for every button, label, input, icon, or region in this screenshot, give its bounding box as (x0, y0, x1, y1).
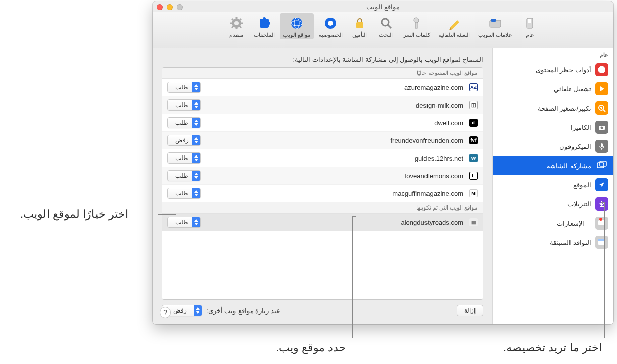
sidebar-item-camera[interactable]: الكاميرا (493, 118, 613, 137)
svg-marker-46 (194, 102, 198, 105)
toolbar-passwords[interactable]: كلمات السر (400, 13, 433, 39)
site-option-popup[interactable]: طلب (167, 82, 201, 93)
svg-marker-61 (196, 311, 200, 314)
svg-marker-49 (194, 123, 198, 126)
toolbar-advanced[interactable]: متقدم (224, 13, 249, 39)
screens-icon (595, 159, 608, 172)
sidebar-item-downloads[interactable]: التنزيلات (493, 194, 613, 214)
svg-marker-52 (194, 155, 198, 158)
svg-point-11 (291, 18, 302, 29)
chevron-updown-icon (192, 188, 200, 198)
svg-marker-27 (598, 66, 605, 73)
site-domain: loveandlemons.com (201, 172, 465, 180)
switch-icon (521, 15, 538, 31)
site-option-popup[interactable]: طلب (167, 99, 201, 111)
table-row[interactable]: fvffreundevonfreunden.comرفض (162, 132, 483, 149)
sidebar-item-location[interactable]: الموقع (493, 175, 613, 194)
sidebar-item-label: الإشعارات (557, 220, 584, 227)
sidebar-item-screen-sharing[interactable]: مشاركة الشاشة (493, 156, 613, 175)
site-option-popup[interactable]: طلب (167, 117, 201, 128)
search-icon (378, 15, 394, 31)
table-row[interactable]: ▦alongdustyroads.comطلب (162, 214, 483, 231)
other-websites-label: عند زيارة مواقع ويب أخرى: (206, 307, 280, 315)
svg-line-25 (232, 26, 233, 28)
table-row[interactable]: Wguides.12hrs.netطلب (162, 149, 483, 167)
svg-marker-57 (194, 194, 198, 196)
toolbar-extensions[interactable]: الملحقات (251, 13, 278, 39)
svg-rect-5 (415, 22, 417, 28)
sidebar-item-popups[interactable]: النوافذ المنبثقة (493, 233, 613, 252)
sidebar-item-label: الكاميرا (571, 124, 591, 131)
zoom-icon (595, 101, 608, 115)
chevron-updown-icon (192, 217, 200, 227)
toolbar-websites[interactable]: مواقع الويب (280, 13, 314, 39)
toolbar-autofill[interactable]: التعبئة التلقائية (435, 13, 473, 39)
section-heading: السماح لمواقع الويب بالوصول إلى مشاركة ا… (162, 56, 483, 63)
svg-rect-38 (600, 161, 606, 166)
remove-button[interactable]: إزالة (457, 305, 483, 316)
svg-marker-54 (194, 173, 198, 175)
popup-value: طلب (172, 219, 192, 226)
table-row[interactable]: Mmacguffinmagazine.comطلب (162, 185, 483, 202)
toolbar-label: مواقع الويب (283, 32, 311, 38)
help-button[interactable]: ? (160, 307, 171, 318)
chevron-updown-icon (192, 171, 200, 181)
sidebar-item-content-blockers[interactable]: أدوات حظر المحتوى (493, 60, 613, 79)
toolbar-label: البحث (379, 32, 393, 38)
sidebar-item-notifications[interactable]: الإشعارات (493, 214, 613, 233)
toolbar-general[interactable]: عام (517, 13, 542, 39)
sidebar-item-autoplay[interactable]: تشغيل تلقائي (493, 79, 613, 98)
svg-marker-55 (194, 176, 198, 179)
svg-rect-37 (597, 163, 604, 168)
svg-point-6 (382, 19, 389, 26)
sidebar-item-page-zoom[interactable]: تكبير/تصغير الصفحة (493, 98, 613, 118)
svg-marker-47 (194, 106, 198, 108)
site-domain: alongdustyroads.com (201, 219, 465, 226)
pencil-icon (446, 15, 462, 31)
table-row[interactable]: ddwell.comطلب (162, 114, 483, 132)
svg-marker-53 (194, 159, 198, 161)
site-domain: macguffinmagazine.com (201, 190, 465, 197)
play-icon (595, 82, 608, 95)
toolbar-tabs[interactable]: علامات التبويب (475, 13, 515, 39)
group-header-open: مواقع الويب المفتوحة حاليًا (162, 68, 483, 79)
content-pane: السماح لمواقع الويب بالوصول إلى مشاركة ا… (153, 48, 492, 324)
site-domain: guides.12hrs.net (201, 154, 465, 162)
table-row[interactable]: ◫design-milk.comطلب (162, 96, 483, 114)
popup-value: طلب (172, 119, 192, 126)
toolbar-security[interactable]: التأمين (348, 13, 372, 39)
toolbar-label: الملحقات (254, 32, 275, 38)
lock-icon (352, 15, 368, 31)
callout-popup: اختر خيارًا لموقع الويب. (20, 207, 128, 221)
badge-icon (599, 218, 602, 221)
site-favicon: W (469, 154, 478, 162)
site-option-popup[interactable]: طلب (167, 217, 201, 228)
site-option-popup[interactable]: طلب (167, 188, 201, 199)
site-option-popup[interactable]: طلب (167, 170, 201, 181)
privacy-icon (322, 15, 339, 31)
toolbar-label: كلمات السر (403, 32, 430, 38)
popup-value: طلب (172, 84, 192, 91)
table-row[interactable]: AZazuremagazine.comطلب (162, 79, 483, 96)
globe-icon (289, 15, 305, 31)
svg-marker-60 (196, 307, 200, 310)
sidebar-item-label: الموقع (573, 181, 591, 189)
download-icon (595, 197, 608, 211)
table-row[interactable]: Lloveandlemons.comطلب (162, 167, 483, 185)
site-option-popup[interactable]: طلب (167, 152, 201, 164)
toolbar-search[interactable]: البحث (374, 13, 398, 39)
gear-icon (228, 15, 245, 31)
site-option-popup[interactable]: رفض (167, 135, 201, 146)
toolbar-label: عام (526, 32, 534, 38)
toolbar-label: التعبئة التلقائية (438, 32, 470, 38)
site-domain: design-milk.com (201, 101, 465, 109)
sidebar-item-microphone[interactable]: الميكروفون (493, 137, 613, 156)
site-favicon: ▦ (469, 218, 478, 226)
callout-line (352, 216, 353, 338)
svg-line-26 (240, 19, 241, 20)
callout-line (604, 202, 605, 338)
chevron-updown-icon (194, 305, 202, 316)
svg-marker-48 (194, 120, 198, 122)
toolbar-privacy[interactable]: الخصوصية (316, 13, 346, 39)
svg-marker-44 (194, 84, 198, 87)
